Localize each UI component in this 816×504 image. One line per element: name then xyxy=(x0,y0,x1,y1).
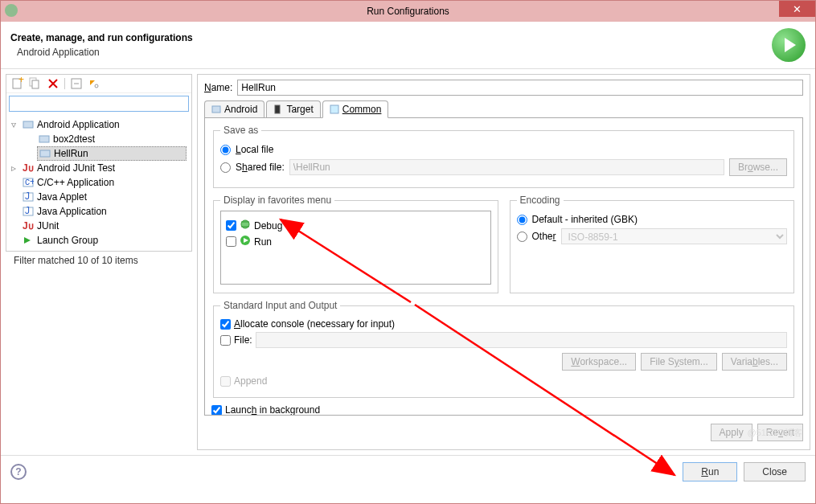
svg-rect-18 xyxy=(212,106,220,113)
save-as-group: Save as Local file Shared file:Browse... xyxy=(213,125,794,188)
shared-file-radio[interactable] xyxy=(220,162,231,173)
watermark: @51CTO博客 xyxy=(748,427,802,439)
save-as-legend: Save as xyxy=(220,125,261,136)
tree-item-android-application[interactable]: ▿Android Application xyxy=(11,117,187,132)
svg-rect-20 xyxy=(330,105,338,113)
tree-item-android-junit[interactable]: ▹JᴜAndroid JUnit Test xyxy=(11,161,187,175)
applet-icon: J xyxy=(23,191,34,203)
shared-file-input xyxy=(289,159,724,175)
junit-icon: Jᴜ xyxy=(23,220,34,232)
browse-button: Browse... xyxy=(729,158,787,176)
tree-item-java-app[interactable]: JJava Application xyxy=(23,204,187,219)
titlebar: Run Configurations ✕ xyxy=(1,1,815,22)
encoding-select: ISO-8859-1 xyxy=(561,228,787,244)
encoding-other-radio[interactable] xyxy=(517,232,527,242)
target-tab-icon xyxy=(273,104,283,114)
svg-rect-7 xyxy=(23,121,33,128)
help-icon[interactable]: ? xyxy=(10,464,27,480)
stdio-legend: Standard Input and Output xyxy=(220,300,340,311)
tab-bar: Android Target Common xyxy=(204,100,803,118)
file-output-input xyxy=(256,332,787,348)
svg-rect-3 xyxy=(32,80,39,88)
dialog-header: Create, manage, and run configurations A… xyxy=(1,22,815,69)
svg-text:Jᴜ: Jᴜ xyxy=(23,220,34,232)
apply-button: Apply xyxy=(711,424,752,441)
favorites-list[interactable]: Debug Run xyxy=(220,211,491,285)
close-button[interactable]: Close xyxy=(744,462,806,481)
launch-group-icon xyxy=(23,235,34,246)
tree-item-cpp[interactable]: c+C/C++ Application xyxy=(23,175,187,190)
collapse-icon[interactable] xyxy=(70,77,83,90)
allocate-console-checkbox[interactable] xyxy=(220,319,231,330)
config-tree[interactable]: ▿Android Application box2dtest HellRun ▹… xyxy=(6,114,191,251)
encoding-legend: Encoding xyxy=(517,195,564,206)
file-output-checkbox[interactable] xyxy=(220,335,231,346)
filter-status: Filter matched 10 of 10 items xyxy=(6,252,192,269)
encoding-group: Encoding Default - inherited (GBK) Other… xyxy=(510,195,795,293)
svg-text:Jᴜ: Jᴜ xyxy=(23,162,34,174)
filter-icon[interactable] xyxy=(88,77,100,90)
android-icon xyxy=(39,133,50,145)
run-icon xyxy=(240,235,251,248)
tree-item-junit[interactable]: JᴜJUnit xyxy=(23,219,187,233)
svg-text:c+: c+ xyxy=(25,177,34,187)
name-label: Name: xyxy=(204,82,232,93)
java-icon: J xyxy=(23,206,34,217)
tab-android[interactable]: Android xyxy=(204,100,264,117)
run-icon-large xyxy=(772,28,806,62)
variables-button: Variables... xyxy=(722,353,787,371)
svg-rect-9 xyxy=(40,150,50,157)
svg-text:+: + xyxy=(18,77,24,85)
svg-point-6 xyxy=(95,84,98,88)
configurations-tree-pane: + ▿Android Application box2dtest HellRun… xyxy=(6,74,192,252)
run-button[interactable]: Run xyxy=(683,462,737,481)
favorites-group: Display in favorites menu Debug Run xyxy=(213,195,498,293)
tree-item-hellrun[interactable]: HellRun xyxy=(37,146,187,161)
header-subtitle: Android Application xyxy=(17,47,193,58)
launch-background-checkbox[interactable] xyxy=(211,405,222,416)
dialog-footer: ? Run Close xyxy=(1,455,815,488)
svg-text:J: J xyxy=(25,206,30,216)
delete-config-icon[interactable] xyxy=(47,77,59,90)
svg-rect-8 xyxy=(39,136,49,142)
run-favorite-checkbox[interactable] xyxy=(226,236,236,247)
name-input[interactable] xyxy=(237,80,803,96)
app-icon xyxy=(5,4,18,17)
tab-common[interactable]: Common xyxy=(322,100,389,118)
tree-item-launch-group[interactable]: Launch Group xyxy=(23,233,187,248)
debug-icon xyxy=(240,219,251,232)
close-window-button[interactable]: ✕ xyxy=(779,1,815,17)
tab-target[interactable]: Target xyxy=(266,100,320,117)
append-checkbox xyxy=(220,376,231,387)
junit-icon: Jᴜ xyxy=(23,162,34,174)
common-tab-icon xyxy=(330,104,339,114)
new-config-icon[interactable]: + xyxy=(11,77,24,90)
debug-favorite-checkbox[interactable] xyxy=(226,220,236,231)
android-icon xyxy=(39,148,51,159)
tree-toolbar: + xyxy=(6,75,191,93)
cpp-icon: c+ xyxy=(23,177,34,188)
config-editor: Name: Android Target Common Save as Loca… xyxy=(197,74,810,450)
android-tab-icon xyxy=(211,104,221,114)
workspace-button: Workspace... xyxy=(562,353,636,371)
favorites-legend: Display in favorites menu xyxy=(220,195,334,206)
expand-icon[interactable]: ▹ xyxy=(11,162,19,174)
filter-input[interactable] xyxy=(9,96,189,112)
header-title: Create, manage, and run configurations xyxy=(10,32,193,43)
android-icon xyxy=(23,119,34,130)
stdio-group: Standard Input and Output Allocate conso… xyxy=(213,300,794,398)
window-title: Run Configurations xyxy=(367,6,449,17)
duplicate-config-icon[interactable] xyxy=(29,77,42,90)
encoding-default-radio[interactable] xyxy=(517,215,527,225)
local-file-radio[interactable] xyxy=(220,145,231,155)
svg-text:J: J xyxy=(25,191,30,202)
expand-icon[interactable]: ▿ xyxy=(11,119,19,130)
svg-rect-19 xyxy=(275,105,280,113)
filesystem-button: File System... xyxy=(641,353,717,371)
tree-item-box2dtest[interactable]: box2dtest xyxy=(39,132,187,146)
tree-item-java-applet[interactable]: JJava Applet xyxy=(23,190,187,204)
